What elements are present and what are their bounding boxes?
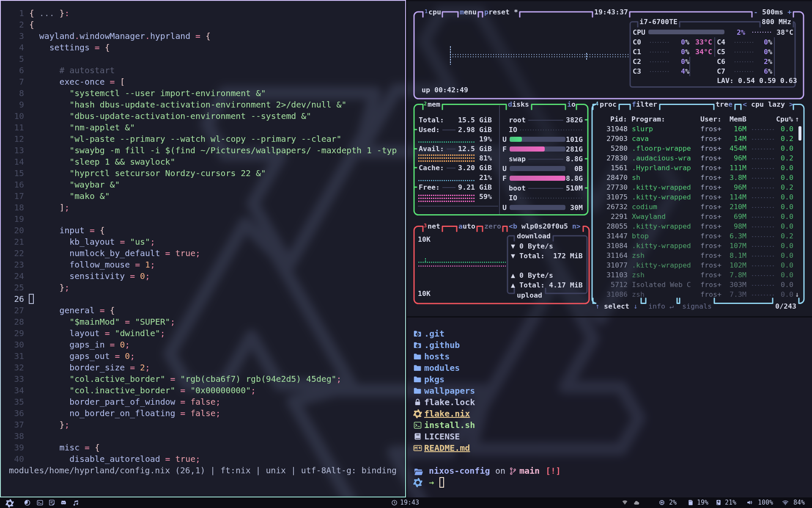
- tray-network-icon[interactable]: [622, 500, 628, 506]
- editor-code: layout = "dwindle";: [29, 328, 165, 339]
- file-name[interactable]: wallpapers: [424, 385, 475, 397]
- token-fg: [29, 31, 39, 41]
- file-name[interactable]: flake.nix: [424, 408, 470, 420]
- token-str: "$mainMod": [69, 317, 120, 327]
- file-name[interactable]: hosts: [424, 351, 450, 362]
- editor-window[interactable]: 1{ ... }:2{3 wayland.windowManager.hyprl…: [0, 0, 406, 497]
- token-fg: [160, 248, 165, 258]
- launcher-notepad-icon-part[interactable]: [48, 499, 55, 506]
- file-name[interactable]: .github: [424, 340, 460, 351]
- launcher-terminal-icon-part[interactable]: [36, 499, 44, 506]
- token-str: "us": [130, 237, 150, 247]
- proc-mem: 303M: [730, 280, 746, 290]
- launcher-firefox-icon[interactable]: [24, 499, 31, 506]
- proc-sort[interactable]: < cpu lazy >: [743, 99, 793, 109]
- launcher-firefox-icon-part[interactable]: [24, 499, 31, 506]
- launcher-discord-icon-part-part[interactable]: [63, 502, 64, 503]
- line: [442, 130, 455, 130]
- file-name[interactable]: pkgs: [424, 374, 444, 385]
- launcher-terminal-icon-part-part[interactable]: [37, 500, 43, 505]
- proc-sort-part[interactable]: >: [789, 100, 793, 108]
- mem-value: 2.98 GiB: [458, 125, 492, 135]
- proc-footer-select-part[interactable]: ↑: [595, 302, 600, 310]
- net-auto-part[interactable]: a: [458, 222, 463, 230]
- proc-program: .kitty-wrapped: [632, 221, 691, 231]
- launcher-discord-icon[interactable]: [60, 499, 67, 506]
- launcher-notepad-icon[interactable]: [48, 499, 55, 506]
- files-terminal-window[interactable]: .git.githubhostsmodulespkgswallpapersfla…: [406, 316, 812, 497]
- prompt-folder-icon-part-part: [414, 471, 422, 475]
- token-op: =: [180, 397, 185, 407]
- proc-filter-part[interactable]: f: [632, 100, 636, 108]
- btop-interval[interactable]: - 500ms +: [754, 7, 792, 17]
- proc-cpu: 0.0: [781, 260, 793, 270]
- btop-menu-part[interactable]: m: [460, 8, 464, 16]
- git-branch-icon-part-part: [510, 468, 512, 469]
- proc-pid: 31948: [606, 124, 628, 134]
- token-fg: [175, 409, 180, 418]
- net-zero[interactable]: zero: [484, 221, 501, 231]
- launcher-nix-icon[interactable]: [5, 499, 14, 508]
- proc-program: .kitty-wrapped: [632, 241, 691, 251]
- proc-tree-part[interactable]: e: [728, 100, 732, 108]
- btop-interval-part[interactable]: +: [787, 8, 792, 16]
- launcher-terminal-icon[interactable]: [36, 499, 44, 506]
- btop-window[interactable]: 1cpumenupreset *19:43:37- 500ms +up 00:4…: [406, 0, 812, 316]
- token-brace: }: [59, 283, 64, 293]
- launcher-terminal-icon-part-part[interactable]: [38, 502, 39, 504]
- token-brace: {: [29, 8, 39, 18]
- proc-cpu: 0.0: [781, 290, 793, 299]
- proc-scrollbar[interactable]: [798, 126, 801, 141]
- launcher-discord-icon-part-part[interactable]: [62, 502, 63, 503]
- launcher-discord-icon-part-part[interactable]: [61, 501, 66, 505]
- proc-footer-select-part[interactable]: ↓: [634, 302, 638, 310]
- net-auto[interactable]: auto: [458, 221, 475, 231]
- launcher-music-icon[interactable]: [72, 499, 80, 506]
- token-str: "swaybg -m fill -i $(find ~/Pictures/wal…: [69, 146, 397, 155]
- launcher-discord-icon-part[interactable]: [60, 499, 67, 506]
- proc-footer-signals[interactable]: signals: [682, 301, 712, 311]
- tray-cloud-icon[interactable]: [633, 500, 640, 506]
- editor-terminal[interactable]: 1{ ... }:2{3 wayland.windowManager.hyprl…: [1, 1, 405, 497]
- tray-cloud-icon-part[interactable]: [633, 500, 640, 506]
- proc-mem: 8.1M: [730, 251, 746, 260]
- proc-footer-select[interactable]: ↑ select ↓: [595, 301, 638, 311]
- module-wifi-icon: [782, 499, 789, 506]
- editor-code: numlock_by_default = true;: [29, 248, 200, 259]
- btop-interval-part[interactable]: -: [754, 8, 758, 16]
- file-icon-shell-part: [413, 421, 422, 430]
- token-fg: [105, 306, 110, 315]
- file-name[interactable]: modules: [424, 362, 460, 374]
- tray-network-icon-part[interactable]: [622, 500, 628, 506]
- btop-menu[interactable]: menu: [460, 7, 477, 17]
- token-fg: [95, 226, 100, 235]
- proc-filter[interactable]: filter: [632, 99, 657, 109]
- prompt-on: on: [495, 465, 505, 477]
- proc-program: Isolated Web C: [632, 280, 691, 290]
- proc-tree[interactable]: tree: [716, 99, 732, 109]
- launcher-music-icon-part-part[interactable]: [74, 500, 78, 506]
- launcher-notepad-icon-part-part[interactable]: [51, 502, 53, 502]
- proc-pid: 27903: [606, 134, 628, 144]
- token-op: =: [95, 43, 100, 52]
- file-name[interactable]: flake.lock: [424, 397, 475, 408]
- file-name[interactable]: LICENSE: [424, 431, 460, 442]
- file-name[interactable]: .git: [424, 328, 444, 340]
- proc-footer-select-part[interactable]: select: [604, 302, 629, 310]
- file-name[interactable]: install.sh: [424, 420, 475, 431]
- btop-preset-part[interactable]: p: [484, 8, 488, 16]
- tray-network-icon-part-part[interactable]: [623, 500, 628, 505]
- disk-name: swap: [509, 154, 526, 164]
- editor-line: 35 border_part_of_window = false;: [1, 396, 405, 408]
- proc-footer-info[interactable]: info ↵: [648, 301, 674, 311]
- btop-preset[interactable]: preset *: [484, 7, 518, 17]
- launcher-nix-icon-part[interactable]: [5, 499, 14, 508]
- editor-code: exec-once = [: [29, 76, 125, 88]
- editor-line: 33 "col.active_border" = "rgb(cba6f7) rg…: [1, 373, 405, 385]
- tray-cloud-icon-part-part[interactable]: [634, 501, 639, 505]
- token-op: =: [180, 386, 185, 395]
- proc-sort-part[interactable]: <: [743, 100, 747, 108]
- proc-program: codium: [632, 202, 657, 212]
- launcher-music-icon-part[interactable]: [72, 499, 80, 506]
- file-name[interactable]: README.md: [424, 442, 470, 454]
